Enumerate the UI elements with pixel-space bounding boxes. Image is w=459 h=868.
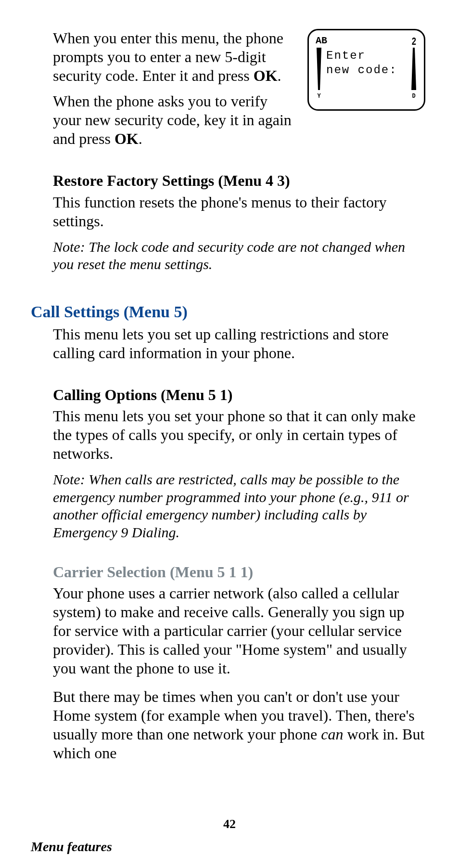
heading-restore-factory: Restore Factory Settings (Menu 4 3) [53, 171, 425, 190]
signal-left-label: Y [317, 93, 320, 100]
paragraph-carrier-cont: But there may be times when you can't or… [53, 687, 425, 763]
heading-call-settings: Call Settings (Menu 5) [31, 302, 425, 322]
document-page: AB 2 Y Enter new code: D [0, 0, 459, 782]
paragraph-call-settings-desc: This menu lets you set up calling restri… [53, 325, 425, 363]
svg-marker-1 [411, 48, 416, 90]
phone-signal-number: 2 [411, 36, 416, 47]
footer-section-label: Menu features [31, 839, 112, 855]
phone-screen-illustration: AB 2 Y Enter new code: D [307, 29, 425, 111]
phone-prompt-text: Enter new code: [322, 48, 410, 101]
paragraph-calling-options-desc: This menu lets you set your phone so tha… [53, 407, 425, 463]
note-emergency-calls: Note: When calls are restricted, calls m… [53, 471, 425, 541]
note-lock-code: Note: The lock code and security code ar… [53, 238, 425, 273]
signal-right-label: D [412, 93, 415, 100]
signal-bar-right-icon: D [410, 48, 417, 101]
paragraph-restore-desc: This function resets the phone's menus t… [53, 193, 425, 231]
heading-carrier-selection: Carrier Selection (Menu 5 1 1) [53, 563, 425, 581]
phone-mode-indicator: AB [316, 36, 327, 46]
signal-bar-left-icon: Y [316, 48, 322, 101]
svg-marker-0 [317, 48, 321, 90]
paragraph-carrier-desc: Your phone uses a carrier network (also … [53, 584, 425, 678]
heading-calling-options: Calling Options (Menu 5 1) [53, 386, 425, 404]
page-number: 42 [0, 817, 459, 831]
